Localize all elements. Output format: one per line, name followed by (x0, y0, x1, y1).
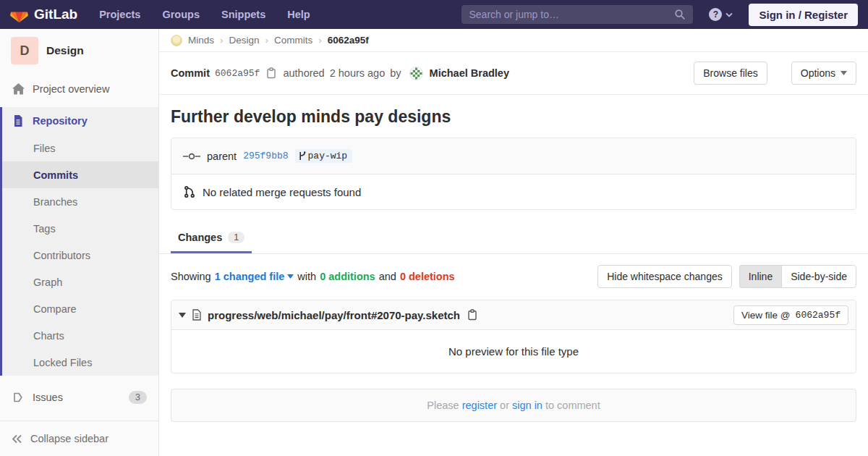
sidebar-item-tags[interactable]: Tags (2, 215, 158, 242)
caret-down-icon (841, 71, 847, 75)
project-name: Design (46, 44, 84, 57)
home-icon (12, 83, 25, 95)
ref-name: pay-wip (308, 151, 348, 161)
parent-label: parent (207, 151, 237, 162)
sidebar-item-repository[interactable]: Repository (2, 107, 158, 135)
breadcrumb: Minds › Design › Commits › 6062a95f (159, 29, 868, 52)
breadcrumb-project[interactable]: Design (229, 35, 260, 46)
author-name[interactable]: Michael Bradley (430, 67, 509, 79)
brand-text: GitLab (34, 7, 77, 22)
sidebar-section-repository: Repository Files Commits Branches Tags C… (0, 107, 158, 376)
please-text: Please (427, 400, 459, 411)
side-by-side-view-button[interactable]: Side-by-side (781, 265, 856, 288)
comment-prompt: Please register or sign in to comment (171, 389, 856, 422)
sidebar-item-graph[interactable]: Graph (2, 269, 158, 295)
diff-file-body: No preview for this file type (171, 330, 856, 373)
ref-badge[interactable]: pay-wip (295, 149, 353, 163)
register-link[interactable]: register (462, 400, 497, 411)
help-menu[interactable]: ? (709, 8, 733, 21)
diff-view-controls: Hide whitespace changes Inline Side-by-s… (597, 265, 856, 288)
breadcrumb-current-sha: 6062a95f (328, 35, 369, 46)
commit-meta-bar: Commit 6062a95f authored 2 hours ago by (159, 52, 868, 95)
sidebar-item-locked-files[interactable]: Locked Files (2, 349, 158, 376)
tab-changes-label: Changes (178, 232, 222, 243)
sidebar-item-issues[interactable]: Issues 3 (0, 384, 158, 411)
search-icon[interactable] (674, 9, 686, 20)
commit-actions: Browse files Options (694, 62, 856, 85)
by-text: by (390, 67, 401, 79)
nav-link-snippets[interactable]: Snippets (221, 9, 265, 20)
branch-icon (299, 151, 306, 161)
sidebar-item-contributors[interactable]: Contributors (2, 242, 158, 269)
sidebar-item-label: Repository (33, 115, 88, 127)
navbar-links: Projects Groups Snippets Help (99, 9, 310, 20)
project-sidebar: D Design Project overview Repository Fil… (0, 29, 159, 456)
view-file-sha: 6062a95f (796, 310, 841, 321)
deletions-count: 0 deletions (400, 271, 455, 282)
caret-down-icon (287, 274, 294, 279)
diff-file-path[interactable]: progress/web/michael/pay/front#2070-pay.… (208, 309, 460, 321)
commit-parents-row: parent 295f9bb8 pay-wip (171, 138, 856, 174)
sidebar-item-files[interactable]: Files (2, 135, 158, 161)
collapse-caret-icon[interactable] (179, 313, 186, 318)
commit-node-icon (183, 151, 200, 161)
nav-link-groups[interactable]: Groups (162, 9, 200, 20)
issues-count-badge: 3 (129, 391, 147, 404)
breadcrumb-group[interactable]: Minds (188, 35, 214, 46)
commit-title: Further develop minds pay designs (171, 107, 856, 127)
hide-whitespace-button[interactable]: Hide whitespace changes (597, 265, 732, 288)
or-text: or (500, 400, 509, 411)
changes-count-badge: 1 (228, 232, 244, 243)
tab-changes[interactable]: Changes 1 (171, 222, 252, 253)
inline-view-button[interactable]: Inline (739, 265, 781, 288)
diff-file-box: progress/web/michael/pay/front#2070-pay.… (171, 300, 856, 373)
project-context-header[interactable]: D Design (0, 29, 158, 75)
search-input[interactable] (469, 9, 674, 20)
commit-tabs: Changes 1 (159, 220, 868, 254)
collapse-sidebar-button[interactable]: Collapse sidebar (0, 421, 158, 456)
sign-in-link[interactable]: sign in (512, 400, 542, 411)
sign-in-register-button[interactable]: Sign in / Register (749, 4, 858, 26)
authored-text: authored (283, 67, 324, 79)
no-preview-text: No preview for this file type (448, 345, 579, 358)
changed-files-dropdown[interactable]: 1 changed file (215, 271, 294, 282)
chevron-down-icon (726, 12, 733, 17)
showing-text: Showing (171, 271, 211, 282)
gitlab-logo[interactable]: GitLab (10, 6, 77, 23)
sidebar-item-commits[interactable]: Commits (2, 161, 158, 188)
browse-files-button[interactable]: Browse files (694, 62, 767, 85)
sidebar-item-label: Issues (33, 392, 63, 403)
sidebar-item-project-overview[interactable]: Project overview (0, 75, 158, 103)
merge-request-icon (183, 185, 196, 198)
sidebar-item-label: Project overview (33, 83, 109, 95)
no-merge-requests-text: No related merge requests found (203, 186, 361, 198)
diff-file-header: progress/web/michael/pay/front#2070-pay.… (171, 300, 856, 330)
commit-sha: 6062a95f (215, 68, 260, 79)
breadcrumb-separator: › (318, 35, 322, 46)
to-comment-text: to comment (545, 400, 600, 411)
options-dropdown-button[interactable]: Options (791, 62, 856, 85)
group-avatar (171, 35, 182, 46)
commit-info-box: parent 295f9bb8 pay-wip No related m (171, 138, 856, 210)
copy-file-path-button[interactable] (466, 309, 479, 321)
author-avatar[interactable] (409, 67, 423, 80)
nav-link-help[interactable]: Help (287, 9, 310, 20)
copy-sha-button[interactable] (265, 67, 278, 79)
sidebar-item-charts[interactable]: Charts (2, 322, 158, 349)
and-text: and (379, 271, 396, 282)
top-navbar: GitLab Projects Groups Snippets Help ? S… (0, 0, 868, 29)
breadcrumb-separator: › (265, 35, 269, 46)
double-chevron-left-icon (12, 434, 22, 444)
parent-sha-link[interactable]: 295f9bb8 (243, 151, 288, 161)
nav-link-projects[interactable]: Projects (99, 9, 140, 20)
options-label: Options (801, 67, 835, 79)
global-search[interactable] (461, 5, 693, 24)
breadcrumb-commits[interactable]: Commits (274, 35, 312, 46)
additions-count: 0 additions (320, 271, 375, 282)
view-file-button[interactable]: View file @ 6062a95f (733, 305, 848, 325)
breadcrumb-separator: › (220, 35, 224, 46)
sidebar-item-branches[interactable]: Branches (2, 188, 158, 215)
sidebar-item-compare[interactable]: Compare (2, 295, 158, 322)
changed-files-label: 1 changed file (215, 271, 285, 282)
help-icon: ? (709, 8, 722, 21)
